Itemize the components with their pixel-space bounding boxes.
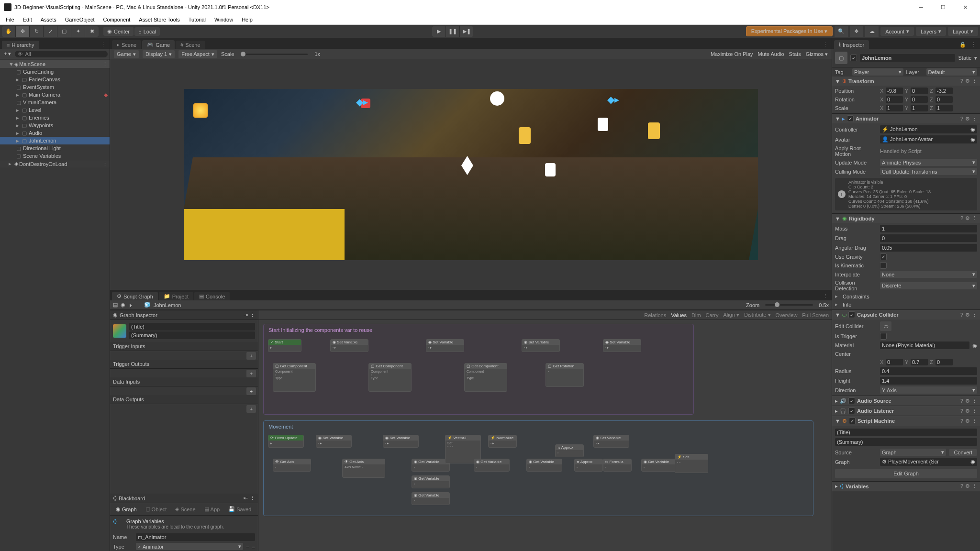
- scene-menu-icon[interactable]: ⋮: [821, 41, 830, 49]
- sg-distribute[interactable]: Distribute ▾: [744, 312, 771, 318]
- hierarchy-item[interactable]: ▢ GameEnding: [0, 68, 110, 76]
- graph-node[interactable]: ◉ Get Variable◦: [412, 459, 450, 472]
- create-dropdown[interactable]: + ▾: [2, 50, 13, 58]
- minimize-button[interactable]: ─: [910, 0, 932, 14]
- animator-header[interactable]: ▼ ▸ Animator?⚙⋮: [832, 114, 980, 123]
- sg-relations[interactable]: Relations: [644, 312, 666, 318]
- audio-listener-header[interactable]: ▸ 🎧 Audio Listener?⚙⋮: [832, 406, 980, 416]
- graph-node[interactable]: ◉ Get Variable◦: [474, 459, 510, 472]
- menu-file[interactable]: File: [2, 16, 18, 23]
- bb-tab-saved[interactable]: 💾 Saved: [225, 505, 254, 513]
- audio-source-header[interactable]: ▸ 🔊 Audio Source?⚙⋮: [832, 396, 980, 406]
- sg-carry[interactable]: Carry: [706, 312, 719, 318]
- bb-tab-scene[interactable]: ◈ Scene: [172, 505, 198, 513]
- collision-dropdown[interactable]: Discrete▾: [880, 282, 977, 289]
- sg-align[interactable]: Align ▾: [723, 312, 739, 318]
- help-icon[interactable]: ?: [960, 78, 963, 84]
- add-trigger-output[interactable]: +: [246, 370, 256, 377]
- rot-y[interactable]: 0: [911, 96, 928, 103]
- inspector-menu-icon[interactable]: ⋮: [969, 41, 978, 49]
- graph-node[interactable]: ◉ Set Variable◦ ▸: [316, 435, 352, 448]
- var-type-dropdown[interactable]: ▹ Animator▾: [136, 543, 243, 550]
- center-x[interactable]: 0: [886, 359, 903, 365]
- tag-dropdown[interactable]: Player▾: [852, 68, 903, 76]
- scene-tab[interactable]: ▸ Scene: [112, 40, 141, 49]
- menu-tutorial[interactable]: Tutorial: [185, 16, 210, 23]
- var-name-field[interactable]: m_Animator: [136, 533, 255, 541]
- ang-drag-field[interactable]: 0.05: [880, 244, 977, 252]
- scene-row[interactable]: ▼◈ MainScene⋮: [0, 60, 110, 68]
- hierarchy-item[interactable]: ▸▢ Level: [0, 106, 110, 114]
- mute-audio[interactable]: Mute Audio: [758, 51, 784, 57]
- script-machine-header[interactable]: ▼ ⚙ Script Machine?⚙⋮: [832, 416, 980, 426]
- zoom-slider[interactable]: [765, 304, 813, 306]
- direction-dropdown[interactable]: Y-Axis▾: [880, 386, 977, 394]
- aspect-dropdown[interactable]: Free Aspect ▾: [178, 50, 217, 58]
- trigger-outputs-header[interactable]: Trigger Outputs: [110, 360, 258, 369]
- graph-node[interactable]: ▢ Get Rotation◦: [546, 363, 584, 387]
- sg-icon1[interactable]: ▤: [113, 302, 118, 308]
- project-tab[interactable]: 📁 Project: [159, 292, 193, 300]
- menu-window[interactable]: Window: [211, 16, 237, 23]
- remove-var[interactable]: −: [246, 544, 249, 550]
- physic-material-field[interactable]: None (Physic Material): [880, 342, 969, 349]
- menu-gameobject[interactable]: GameObject: [61, 16, 99, 23]
- hierarchy-item[interactable]: ▸▢ FaderCanvas: [0, 76, 110, 83]
- rot-z[interactable]: 0: [935, 96, 953, 103]
- graph-node[interactable]: ◉ Get Variable◦: [526, 459, 562, 472]
- game-view[interactable]: ◆▸ ◆▸: [110, 59, 832, 290]
- blackboard-header[interactable]: ⟨⟩ Blackboard⇤⋮: [110, 494, 258, 503]
- transform-header[interactable]: ▼ ⊕ Transform?⚙⋮: [832, 77, 980, 86]
- graph-node[interactable]: ◉ Set Variable◦ ▸: [330, 339, 368, 352]
- step-button[interactable]: ▶❚: [460, 26, 473, 37]
- hierarchy-item[interactable]: ▸▢ Main Camera◆: [0, 91, 110, 99]
- graph-node[interactable]: ◉ Get Variable◦: [412, 492, 450, 505]
- add-trigger-input[interactable]: +: [246, 352, 256, 360]
- mass-field[interactable]: 1: [880, 225, 977, 232]
- account-dropdown[interactable]: Account ▾: [880, 27, 914, 36]
- bb-tab-object[interactable]: ▢ Object: [143, 505, 170, 513]
- center-z[interactable]: 0: [935, 359, 953, 365]
- preset-icon[interactable]: ⚙: [965, 78, 970, 84]
- menu-edit[interactable]: Edit: [19, 16, 36, 23]
- info-foldout[interactable]: Info: [843, 302, 851, 308]
- console-tab[interactable]: ▤ Console: [194, 292, 230, 300]
- edit-collider-button[interactable]: ⬭: [880, 321, 891, 331]
- hierarchy-item[interactable]: ▢ VirtualCamera: [0, 99, 110, 106]
- animator-enabled[interactable]: [847, 115, 854, 122]
- menu-help[interactable]: Help: [238, 16, 256, 23]
- graph-title-field[interactable]: (Title): [129, 323, 255, 331]
- graph-node[interactable]: 👁 Get Axis◦: [273, 459, 311, 472]
- hierarchy-item[interactable]: ▢ Scene Variables: [0, 152, 110, 160]
- graph-node[interactable]: ⚡ Set◦ ◦: [675, 454, 708, 473]
- hierarchy-menu-icon[interactable]: ⋮: [99, 41, 108, 49]
- pivot-center[interactable]: ◉ Center: [103, 27, 134, 36]
- drag-field[interactable]: 0: [880, 234, 977, 242]
- pos-y[interactable]: 0: [911, 88, 928, 94]
- scene2-tab[interactable]: # Scene: [176, 41, 205, 49]
- game-dropdown[interactable]: Game ▾: [114, 50, 139, 58]
- sg-icon2[interactable]: ◉: [121, 302, 125, 308]
- sg-fullscreen[interactable]: Full Screen: [802, 312, 829, 318]
- hierarchy-item[interactable]: ▢ EventSystem: [0, 83, 110, 91]
- graph-node[interactable]: ◉ Get Variable◦: [412, 475, 450, 488]
- graph-node[interactable]: fx Formula◦: [603, 459, 632, 472]
- add-data-input[interactable]: +: [246, 387, 256, 395]
- hierarchy-search[interactable]: 👁 All: [15, 51, 108, 57]
- collab-icon[interactable]: ❖: [850, 26, 863, 37]
- hand-tool[interactable]: ✋: [2, 26, 15, 37]
- graph-node[interactable]: 👁 Get AxisAxis Name ◦: [342, 459, 385, 478]
- stats-button[interactable]: Stats: [789, 51, 801, 57]
- gizmos-dropdown[interactable]: Gizmos ▾: [806, 51, 828, 57]
- graph-node[interactable]: ◉ Set Variable◦ ▸: [603, 339, 641, 352]
- constraints-foldout[interactable]: Constraints: [843, 294, 869, 299]
- scale-x[interactable]: 1: [886, 105, 903, 111]
- menu-assetstore[interactable]: Asset Store Tools: [135, 16, 183, 23]
- is-trigger-checkbox[interactable]: [880, 333, 887, 340]
- graph-node[interactable]: ◉ Get Variable◦: [641, 459, 677, 472]
- interpolate-dropdown[interactable]: None▾: [880, 271, 977, 278]
- dont-destroy-row[interactable]: ▸◈ DontDestroyOnLoad⋮: [0, 160, 110, 167]
- sg-icon3[interactable]: ⏵: [128, 302, 134, 308]
- graph-node[interactable]: ◉ Set Variable◦ ▸: [426, 339, 464, 352]
- cloud-icon[interactable]: ☁: [865, 26, 879, 37]
